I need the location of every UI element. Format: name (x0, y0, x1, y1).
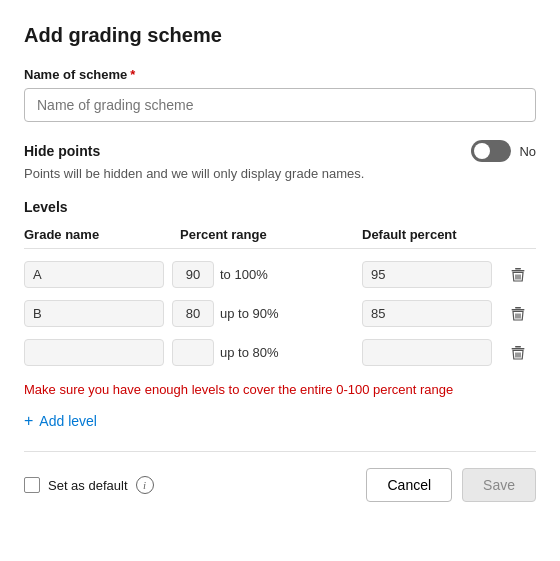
range-label-0: to 100% (220, 267, 268, 282)
table-row: to 100% (24, 255, 536, 294)
footer-row: Set as default i Cancel Save (24, 468, 536, 502)
add-level-button[interactable]: + Add level (24, 409, 97, 433)
footer-buttons: Cancel Save (366, 468, 536, 502)
col-header-percent-range: Percent range (172, 227, 354, 242)
table-row: up to 80% (24, 333, 536, 372)
page-title: Add grading scheme (24, 24, 536, 47)
percent-range-cell-2: up to 80% (172, 339, 354, 366)
levels-section-label: Levels (24, 199, 536, 215)
info-icon[interactable]: i (136, 476, 154, 494)
toggle-state-label: No (519, 144, 536, 159)
hide-points-hint: Points will be hidden and we will only d… (24, 166, 536, 181)
svg-rect-0 (515, 268, 521, 270)
svg-rect-1 (512, 270, 525, 272)
required-indicator: * (130, 67, 135, 82)
error-message: Make sure you have enough levels to cove… (24, 382, 536, 397)
range-label-1: up to 90% (220, 306, 279, 321)
svg-rect-6 (512, 309, 525, 311)
range-start-input-1[interactable] (172, 300, 214, 327)
hide-points-label: Hide points (24, 143, 100, 159)
range-start-input-0[interactable] (172, 261, 214, 288)
delete-row-button-1[interactable] (500, 302, 536, 326)
default-percent-input-1[interactable] (362, 300, 492, 327)
table-row: up to 90% (24, 294, 536, 333)
percent-range-cell-1: up to 90% (172, 300, 354, 327)
scheme-name-input[interactable] (24, 88, 536, 122)
levels-header: Grade name Percent range Default percent (24, 223, 536, 249)
default-percent-input-2[interactable] (362, 339, 492, 366)
svg-rect-5 (515, 307, 521, 309)
col-header-default-percent: Default percent (362, 227, 492, 242)
delete-row-button-2[interactable] (500, 341, 536, 365)
set-default-checkbox[interactable] (24, 477, 40, 493)
name-field-label: Name of scheme (24, 67, 127, 82)
cancel-button[interactable]: Cancel (366, 468, 452, 502)
add-level-label: Add level (39, 413, 97, 429)
default-percent-input-0[interactable] (362, 261, 492, 288)
percent-range-cell-0: to 100% (172, 261, 354, 288)
footer-divider (24, 451, 536, 452)
toggle-knob (474, 143, 490, 159)
delete-row-button-0[interactable] (500, 263, 536, 287)
range-label-2: up to 80% (220, 345, 279, 360)
svg-rect-10 (515, 346, 521, 348)
save-button[interactable]: Save (462, 468, 536, 502)
hide-points-toggle[interactable] (471, 140, 511, 162)
set-default-label: Set as default (48, 478, 128, 493)
grade-name-input-1[interactable] (24, 300, 164, 327)
set-default-group: Set as default i (24, 476, 154, 494)
range-start-input-2[interactable] (172, 339, 214, 366)
grade-name-input-2[interactable] (24, 339, 164, 366)
grade-name-input-0[interactable] (24, 261, 164, 288)
add-level-plus-icon: + (24, 413, 33, 429)
svg-rect-11 (512, 348, 525, 350)
col-header-grade-name: Grade name (24, 227, 164, 242)
